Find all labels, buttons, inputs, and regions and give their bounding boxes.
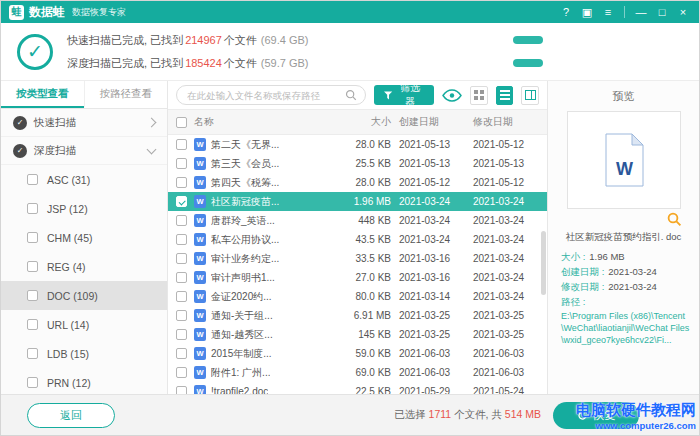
account-icon[interactable]: ▣ [579,6,595,19]
app-subtitle: 数据恢复专家 [72,6,126,19]
sidebar-filetype-item[interactable]: JSP (12) [1,194,167,223]
maximize-icon[interactable]: □ [654,6,670,18]
sidebar-filetype-item[interactable]: LDB (15) [1,339,167,368]
scan-status-panel: ✓ 快速扫描已完成, 已找到 214967 个文件(69.4 GB) 深度扫描已… [1,23,699,81]
minimize-icon[interactable]: — [633,6,649,18]
row-checkbox[interactable] [176,139,187,150]
table-row[interactable]: W 审计业务约定... 33.5 KB 2021-03-16 2021-03-2… [168,249,547,268]
search-box[interactable] [176,85,366,105]
row-checkbox[interactable] [176,291,187,302]
filetype-checkbox[interactable] [27,261,38,272]
scrollbar-thumb[interactable] [541,231,546,295]
file-size: 145 KB [331,329,399,340]
sidebar-item-quick-scan[interactable]: ✓ 快速扫描 [1,109,167,137]
file-count: 214967 [185,34,222,46]
table-row[interactable]: W 通知-越秀区... 145 KB 2021-03-25 2021-03-25 [168,325,547,344]
sidebar-filetype-item[interactable]: ASC (31) [1,165,167,194]
file-table: W 第二天《无界... 28.0 KB 2021-05-13 2021-05-1… [168,135,547,394]
file-name: !trapfile2.doc [211,386,268,394]
sidebar-filetype-item[interactable]: CHM (45) [1,223,167,252]
file-modified: 2021-03-24 [473,291,547,302]
scrollbar[interactable] [540,135,546,394]
grid-view-button[interactable] [470,86,488,105]
scan-complete-icon: ✓ [17,34,53,70]
filetype-label: DOC (109) [47,290,98,302]
preview-eye-icon[interactable] [442,89,462,102]
table-row[interactable]: W 私车公用协议... 43.5 KB 2021-03-24 2021-03-2… [168,230,547,249]
row-checkbox[interactable] [176,158,187,169]
header-modified[interactable]: 修改日期 [473,115,547,129]
sidebar-filetype-item[interactable]: REG (4) [1,252,167,281]
table-row[interactable]: W 第三天《会员... 25.5 KB 2021-05-13 2021-05-1… [168,154,547,173]
header-name[interactable]: 名称 [194,115,331,129]
table-row[interactable]: W 第二天《无界... 28.0 KB 2021-05-13 2021-05-1… [168,135,547,154]
row-checkbox[interactable] [176,348,187,359]
filetype-checkbox[interactable] [27,348,38,359]
quick-scan-status: 快速扫描已完成, 已找到 214967 个文件(69.4 GB) [67,33,683,48]
detail-view-button[interactable] [521,86,539,105]
filetype-checkbox[interactable] [27,232,38,243]
row-checkbox[interactable] [176,367,187,378]
close-icon[interactable]: × [675,6,691,18]
row-checkbox[interactable] [176,196,187,207]
file-name: 唐群玲_英语... [211,214,275,228]
filter-button[interactable]: 筛选器 [374,85,434,105]
row-checkbox[interactable] [176,386,187,394]
select-all-checkbox[interactable] [176,117,187,128]
row-checkbox[interactable] [176,177,187,188]
table-row[interactable]: W 通知-关于组... 6.91 MB 2021-03-25 2021-03-2… [168,306,547,325]
table-row[interactable]: W 唐群玲_英语... 448 KB 2021-03-24 2021-03-24 [168,211,547,230]
row-checkbox[interactable] [176,329,187,340]
search-input[interactable] [185,89,341,102]
file-created: 2021-06-03 [399,348,473,359]
file-size: 69.0 KB [331,367,399,378]
filetype-checkbox[interactable] [27,174,38,185]
help-icon[interactable]: ? [558,6,574,18]
filetype-checkbox[interactable] [27,203,38,214]
table-row[interactable]: W 金证2020约... 80.0 KB 2021-03-14 2021-03-… [168,287,547,306]
list-view-button[interactable] [496,86,514,105]
table-row[interactable]: W 附件1: 广州... 69.0 KB 2021-06-03 2021-06-… [168,363,547,382]
filetype-label: REG (4) [47,261,86,273]
scan-label: 快速扫描 [34,116,141,130]
header-created[interactable]: 创建日期 [399,115,473,129]
tab-view-by-type[interactable]: 按类型查看 [1,81,84,108]
file-created: 2021-03-24 [399,196,473,207]
sidebar-filetype-item[interactable]: URL (14) [1,310,167,339]
sidebar-item-deep-scan[interactable]: ✓ 深度扫描 [1,137,167,165]
preview-title: 预览 [613,89,635,104]
scan-check-icon: ✓ [13,144,27,158]
header-size[interactable]: 大小 [331,115,399,129]
row-checkbox[interactable] [176,310,187,321]
file-name: 第三天《会员... [211,157,279,171]
tab-view-by-path[interactable]: 按路径查看 [84,81,168,108]
menu-icon[interactable]: ≡ [600,6,616,18]
row-checkbox[interactable] [176,215,187,226]
chevron-down-icon [147,144,157,154]
file-modified: 2021-03-24 [473,234,547,245]
magnifier-icon[interactable] [667,212,682,229]
filetype-checkbox[interactable] [27,319,38,330]
file-name: 私车公用协议... [211,233,279,247]
filetype-checkbox[interactable] [27,377,38,388]
sidebar-filetype-item[interactable]: PRN (12) [1,368,167,394]
file-created: 2021-03-25 [399,310,473,321]
filetype-list: ASC (31) JSP (12) CHM (45) REG (4) DOC (… [1,165,167,394]
filetype-checkbox[interactable] [27,290,38,301]
table-row[interactable]: W !trapfile2.doc 22.5 KB 2021-05-29 2021… [168,382,547,394]
status-text: 深度扫描已完成, 已找到 [67,56,183,71]
row-checkbox[interactable] [176,234,187,245]
created-label: 创建日期 : [561,264,604,279]
table-row[interactable]: W 2015年制度... 59.0 KB 2021-06-03 2021-06-… [168,344,547,363]
back-button[interactable]: 返回 [27,403,115,428]
table-row[interactable]: W 第四天《税筹... 28.0 KB 2021-05-12 2021-05-1… [168,173,547,192]
recover-button[interactable]: 恢复 [553,402,639,429]
filetype-label: CHM (45) [47,232,93,244]
table-row[interactable]: W 审计声明书1... 27.0 KB 2021-03-16 2021-03-2… [168,268,547,287]
row-checkbox[interactable] [176,253,187,264]
filetype-label: LDB (15) [47,348,89,360]
table-row[interactable]: W 社区新冠疫苗... 1.96 MB 2021-03-24 2021-03-2… [168,192,547,211]
toolbar: 筛选器 [168,81,547,109]
sidebar-filetype-item[interactable]: DOC (109) [1,281,167,310]
row-checkbox[interactable] [176,272,187,283]
